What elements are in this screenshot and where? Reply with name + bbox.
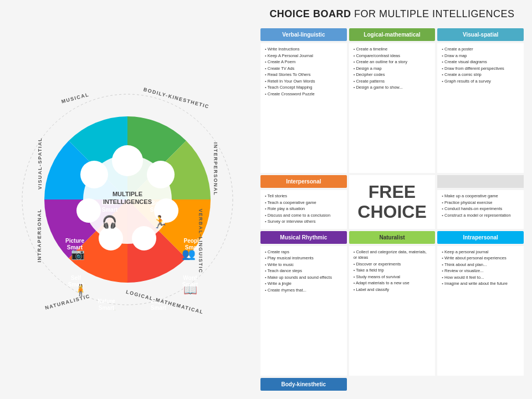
svg-text:Smart: Smart [150, 207, 166, 213]
logical-item-7: Design a game to show... [354, 85, 431, 91]
verbal-item-2: Keep A Personal Journal [265, 53, 342, 59]
logical-list: Create a timeline Compare/contrast ideas… [354, 47, 431, 91]
right-panel: CHOICE BOARD FOR MULTIPLE INTELLIGENCES … [255, 0, 532, 399]
svg-text:Smart: Smart [99, 305, 115, 310]
svg-point-3 [147, 161, 175, 188]
body-list: Make up a cooperative game Practice phys… [442, 193, 519, 218]
verbal-item-8: Create Crossword Puzzle [265, 91, 342, 98]
visual-item-2: Draw a map [442, 53, 519, 59]
wheel-svg: 🎧 🏃 👥 📖 🧮 🌿 🧍 📷 Music Smart [17, 89, 238, 310]
cell-musical: Create raps Play musical instruments Wri… [260, 246, 347, 376]
verbal-item-1: Write Instructions [265, 47, 342, 53]
inter-item-2: Teach a cooperative game [265, 200, 342, 206]
label-visual: VISUAL-SPATIAL [37, 137, 43, 190]
main-container: MUSICAL BODILY-KINESTHETIC INTERPERSONAL… [0, 0, 532, 399]
intra-item-5: How would it feel to... [442, 275, 519, 281]
page-title: CHOICE BOARD FOR MULTIPLE INTELLIGENCES [260, 8, 524, 20]
inter-item-1: Tell stories [265, 193, 342, 200]
svg-text:🏃: 🏃 [152, 214, 168, 229]
svg-text:🎧: 🎧 [102, 214, 117, 229]
body-item-2: Practice physical exercise [442, 200, 519, 206]
title-normal: FOR MULTIPLE INTELLIGENCES [351, 8, 514, 19]
visual-item-4: Draw from different perspectives [442, 66, 519, 72]
naturalist-list: Collect and categorize data, materials, … [354, 249, 431, 293]
logical-item-4: Design a map [354, 66, 431, 72]
header-body: Body-kinesthetic [260, 378, 347, 391]
musical-list: Create raps Play musical instruments Wri… [265, 249, 342, 294]
header-intrapersonal: Intrapersonal [437, 231, 524, 244]
header-musical: Musical Rhythmic [260, 231, 347, 244]
svg-point-2 [112, 145, 143, 176]
main-title: CHOICE BOARD FOR MULTIPLE INTELLIGENCES [260, 8, 524, 20]
header-logical: Logical-mathematical [349, 28, 436, 41]
cell-verbal: Write Instructions Keep A Personal Journ… [260, 43, 347, 173]
svg-text:Smart: Smart [151, 305, 167, 310]
intrapersonal-list: Keep a personal journal Write about pers… [442, 249, 519, 287]
nat-item-4: Study means of survival [354, 274, 431, 280]
cell-interpersonal: Tell stories Teach a cooperative game Ro… [260, 190, 347, 229]
free-choice-spacer [437, 175, 524, 188]
cell-logical: Create a timeline Compare/contrast ideas… [349, 43, 436, 173]
nat-item-2: Discover or experiments [354, 262, 431, 268]
svg-text:MULTIPLE: MULTIPLE [112, 191, 142, 197]
visual-list: Create a poster Draw a map Create visual… [442, 47, 519, 84]
verbal-item-3: Create A Poem [265, 59, 342, 65]
svg-point-7 [76, 198, 101, 223]
nat-item-3: Take a field trip [354, 268, 431, 274]
intra-item-6: Imagine and write about the future [442, 281, 519, 287]
interpersonal-list: Tell stories Teach a cooperative game Ro… [265, 193, 342, 225]
header-interpersonal: Interpersonal [260, 175, 347, 188]
logical-item-3: Create an outline for a story [354, 59, 431, 65]
verbal-item-7: Teach Concept Mapping [265, 85, 342, 91]
intra-item-4: Review or visualize... [442, 268, 519, 274]
musical-item-4: Teach dance steps [265, 268, 342, 274]
label-intrapersonal: INTRAPERSONAL [37, 208, 42, 262]
cell-intrapersonal: Keep a personal journal Write about pers… [437, 246, 524, 376]
cell-visual: Create a poster Draw a map Create visual… [437, 43, 524, 173]
logical-item-5: Decipher codes [354, 72, 431, 78]
svg-text:Self: Self [71, 275, 81, 281]
verbal-item-6: Retell In Your Own Words [265, 79, 342, 85]
logical-item-6: Create patterns [354, 79, 431, 85]
free-choice-text: FREE CHOICE [357, 182, 426, 221]
nat-item-5: Adapt materials to a new use [354, 280, 431, 287]
body-item-4: Construct a model or representation [442, 213, 519, 219]
cell-body: Make up a cooperative game Practice phys… [437, 190, 524, 229]
svg-text:Nature: Nature [98, 298, 115, 304]
verbal-item-4: Create TV Ads [265, 66, 342, 72]
svg-point-8 [80, 161, 108, 188]
verbal-item-5: Read Stories To Others [265, 72, 342, 78]
svg-point-6 [99, 226, 123, 250]
inter-item-5: Survey or interview others [265, 219, 342, 225]
svg-point-5 [132, 226, 156, 250]
left-panel: MUSICAL BODILY-KINESTHETIC INTERPERSONAL… [0, 0, 255, 399]
svg-text:Smart: Smart [182, 282, 198, 288]
inter-item-3: Role play a situation [265, 206, 342, 212]
cell-naturalist: Collect and categorize data, materials, … [349, 246, 436, 376]
visual-item-1: Create a poster [442, 47, 519, 53]
musical-item-1: Create raps [265, 249, 342, 255]
svg-text:Word: Word [183, 275, 197, 281]
visual-item-3: Create visual diagrams [442, 59, 519, 65]
header-verbal: Verbal-linguistic [260, 28, 347, 41]
logical-item-2: Compare/contrast ideas [354, 53, 431, 59]
visual-item-5: Create a comic strip [442, 72, 519, 78]
musical-item-7: Create rhymes that... [265, 288, 342, 294]
body-item-3: Conduct hands-on experiments [442, 206, 519, 212]
logical-item-1: Create a timeline [354, 47, 431, 53]
header-visual: Visual-spatial [437, 28, 524, 41]
header-naturalist: Naturalist [349, 231, 436, 244]
free-choice-line2: CHOICE [357, 202, 426, 222]
verbal-list: Write Instructions Keep A Personal Journ… [265, 47, 342, 97]
svg-text:Picture: Picture [65, 238, 84, 244]
intra-item-1: Keep a personal journal [442, 249, 519, 255]
body-item-1: Make up a cooperative game [442, 193, 519, 200]
label-verbal: VERBAL-LINGUISTIC [198, 209, 203, 274]
free-choice-cell: FREE CHOICE [349, 175, 436, 229]
title-bold: CHOICE BOARD [269, 8, 351, 19]
wheel-container: MUSICAL BODILY-KINESTHETIC INTERPERSONAL… [17, 89, 238, 310]
musical-item-3: Write to music [265, 262, 342, 268]
musical-item-5: Make up sounds and sound effects [265, 275, 342, 281]
svg-text:Smart: Smart [68, 282, 84, 288]
free-choice-line1: FREE [357, 182, 426, 202]
